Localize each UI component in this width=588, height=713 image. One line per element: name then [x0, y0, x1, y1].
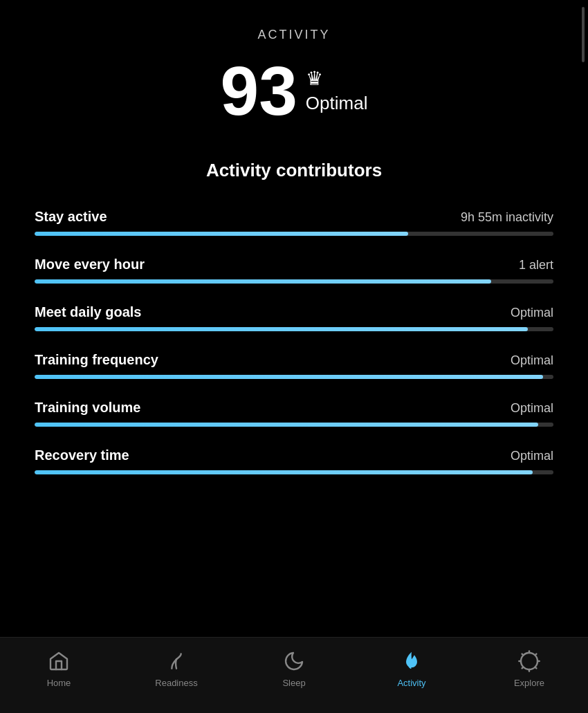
nav-label-explore: Explore: [514, 678, 544, 688]
contributor-item[interactable]: Stay active 9h 55m inactivity: [35, 209, 553, 236]
contributor-name: Recovery time: [35, 447, 129, 463]
nav-label-sleep: Sleep: [282, 678, 305, 688]
contributors-title: Activity contributors: [35, 160, 553, 181]
main-content: ACTIVITY 93 ♛ Optimal Activity contribut…: [0, 0, 588, 637]
progress-bar-bg: [35, 423, 553, 427]
contributor-item[interactable]: Meet daily goals Optimal: [35, 304, 553, 331]
progress-bar-fill: [35, 232, 408, 236]
contributor-name: Training volume: [35, 400, 140, 416]
score-section: 93 ♛ Optimal: [35, 56, 553, 125]
nav-item-readiness[interactable]: Readiness: [149, 649, 204, 688]
svg-line-8: [535, 654, 537, 656]
nav-item-activity[interactable]: Activity: [384, 649, 439, 688]
readiness-icon: [164, 649, 189, 674]
contributor-value: Optimal: [511, 353, 553, 368]
progress-bar-fill: [35, 279, 491, 284]
home-icon: [46, 649, 71, 674]
contributor-header: Meet daily goals Optimal: [35, 304, 553, 320]
sleep-icon: [282, 649, 306, 674]
progress-bar-fill: [35, 423, 538, 427]
contributor-value: 9h 55m inactivity: [461, 210, 553, 225]
score-number: 93: [221, 56, 297, 125]
explore-icon: [517, 649, 542, 674]
contributor-name: Training frequency: [35, 352, 158, 368]
svg-line-5: [522, 654, 524, 656]
nav-label-readiness: Readiness: [155, 678, 197, 688]
svg-line-7: [522, 667, 524, 669]
crown-icon: ♛: [306, 67, 323, 90]
nav-item-sleep[interactable]: Sleep: [266, 649, 322, 688]
score-label: Optimal: [306, 93, 368, 114]
contributors-list: Stay active 9h 55m inactivity Move every…: [35, 209, 553, 474]
activity-icon: [399, 649, 424, 674]
contributor-item[interactable]: Move every hour 1 alert: [35, 257, 553, 284]
progress-bar-bg: [35, 470, 553, 474]
progress-bar-fill: [35, 375, 543, 379]
contributor-header: Training frequency Optimal: [35, 352, 553, 368]
contributor-header: Recovery time Optimal: [35, 447, 553, 463]
svg-line-6: [535, 667, 537, 669]
progress-bar-bg: [35, 327, 553, 331]
progress-bar-bg: [35, 279, 553, 284]
contributor-value: Optimal: [511, 449, 553, 463]
progress-bar-bg: [35, 375, 553, 379]
contributor-name: Meet daily goals: [35, 304, 142, 320]
nav-item-home[interactable]: Home: [31, 649, 86, 688]
contributor-item[interactable]: Training frequency Optimal: [35, 352, 553, 379]
contributor-name: Stay active: [35, 209, 107, 225]
bottom-nav: Home Readiness Sleep Activity: [0, 637, 588, 713]
scrollbar[interactable]: [582, 7, 585, 62]
score-right: ♛ Optimal: [306, 67, 368, 114]
contributor-value: Optimal: [511, 401, 553, 416]
progress-bar-fill: [35, 470, 533, 474]
nav-label-home: Home: [47, 678, 71, 688]
contributor-value: Optimal: [511, 306, 553, 320]
page-title: ACTIVITY: [35, 28, 553, 42]
progress-bar-fill: [35, 327, 528, 331]
contributor-item[interactable]: Recovery time Optimal: [35, 447, 553, 474]
contributor-header: Move every hour 1 alert: [35, 257, 553, 272]
contributor-value: 1 alert: [519, 258, 553, 272]
nav-item-explore[interactable]: Explore: [502, 649, 557, 688]
nav-label-activity: Activity: [397, 678, 425, 688]
contributor-item[interactable]: Training volume Optimal: [35, 400, 553, 427]
progress-bar-bg: [35, 232, 553, 236]
contributor-header: Stay active 9h 55m inactivity: [35, 209, 553, 225]
contributor-name: Move every hour: [35, 257, 145, 272]
contributor-header: Training volume Optimal: [35, 400, 553, 416]
